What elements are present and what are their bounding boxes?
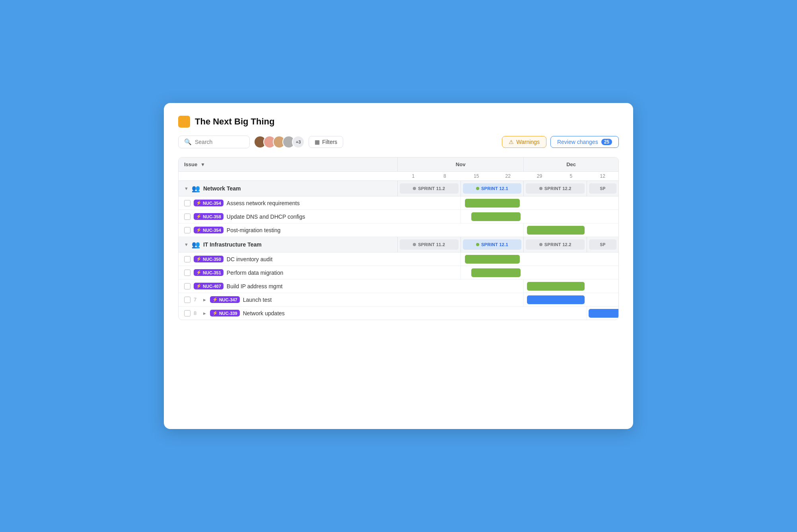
gantt-bar-cell[interactable] xyxy=(587,307,618,320)
issue-column-header: Issue ▼ xyxy=(179,157,397,172)
nuc-badge[interactable]: ⚡ NUC-350 xyxy=(194,256,224,262)
task-title: Update DNS and DHCP configs xyxy=(227,214,305,220)
avatar-more[interactable]: +3 xyxy=(292,136,305,148)
gantt-cell xyxy=(429,196,461,210)
sprint-dot xyxy=(476,187,479,190)
gantt-cell xyxy=(587,293,618,307)
filter-icon: ▦ xyxy=(315,139,320,145)
gantt-cell xyxy=(429,280,461,293)
warning-icon: ⚠ xyxy=(509,139,514,145)
gantt-cell xyxy=(587,252,618,266)
gantt-cell xyxy=(429,307,461,320)
gantt-cell xyxy=(555,307,587,320)
gantt-cell xyxy=(524,307,555,320)
warnings-button[interactable]: ⚠ Warnings xyxy=(502,136,546,148)
date-15: 15 xyxy=(461,172,492,181)
lightning-icon: ⚡ xyxy=(196,270,202,275)
lightning-icon: ⚡ xyxy=(196,227,202,233)
task-row-nuc347: 7 ► ⚡ NUC-347 Launch test xyxy=(179,293,618,307)
task-row-nuc407: ⚡ NUC-407 Build IP address mgmt xyxy=(179,280,618,293)
gantt-cell xyxy=(492,280,523,293)
sprint-dot xyxy=(539,243,542,246)
group-name: IT Infrastructure Team xyxy=(203,241,262,248)
task-row-nuc358: ⚡ NUC-358 Update DNS and DHCP configs xyxy=(179,210,618,223)
nuc-badge[interactable]: ⚡ NUC-339 xyxy=(210,310,240,316)
nuc-badge[interactable]: ⚡ NUC-351 xyxy=(194,269,224,276)
lightning-icon: ⚡ xyxy=(196,283,202,289)
gantt-bar-cell[interactable] xyxy=(524,280,587,293)
gantt-cell xyxy=(492,293,523,307)
task-checkbox[interactable] xyxy=(184,297,191,303)
team-icon: 👥 xyxy=(192,184,200,193)
gantt-bar-green xyxy=(527,226,584,235)
nuc-badge[interactable]: ⚡ NUC-347 xyxy=(210,296,240,303)
task-checkbox[interactable] xyxy=(184,200,191,206)
gantt-cell xyxy=(429,210,461,223)
lightning-icon: ⚡ xyxy=(212,297,218,302)
task-checkbox[interactable] xyxy=(184,256,191,262)
gantt-bar-green xyxy=(471,212,521,221)
gantt-bar-cell[interactable] xyxy=(461,266,524,280)
lightning-icon: ⚡ xyxy=(196,256,202,262)
gantt-cell xyxy=(555,210,587,223)
review-changes-button[interactable]: Review changes 25 xyxy=(550,136,619,148)
group-row-network: ▼ 👥 Network Team SPRINT 11.2 xyxy=(179,181,618,196)
gantt-bar-cell[interactable] xyxy=(461,252,524,266)
gantt-cell xyxy=(429,252,461,266)
gantt-bar-cell[interactable] xyxy=(461,196,524,210)
gantt-bar-cell[interactable] xyxy=(461,210,524,223)
lightning-icon: ⚡ xyxy=(196,214,202,219)
gantt-cell xyxy=(587,280,618,293)
group-expand-arrow[interactable]: ▼ xyxy=(184,186,189,191)
gantt-table: Issue ▼ Nov Dec 1 8 15 22 29 5 12 xyxy=(179,157,618,320)
group-row-it: ▼ 👥 IT Infrastructure Team SPRINT 11.2 xyxy=(179,237,618,252)
group-name: Network Team xyxy=(203,185,241,192)
gantt-bar-blue xyxy=(527,295,584,304)
sprint-12-2-band-net: SPRINT 12.2 xyxy=(524,181,587,196)
gantt-cell xyxy=(587,196,618,210)
gantt-date-header: 1 8 15 22 29 5 12 xyxy=(179,172,618,181)
search-input[interactable] xyxy=(195,139,244,145)
expand-arrow[interactable]: ► xyxy=(202,297,207,302)
date-1: 1 xyxy=(397,172,429,181)
gantt-cell xyxy=(461,307,492,320)
task-checkbox[interactable] xyxy=(184,227,191,233)
task-checkbox[interactable] xyxy=(184,214,191,220)
group-expand-arrow[interactable]: ▼ xyxy=(184,242,189,247)
task-checkbox[interactable] xyxy=(184,270,191,276)
sprint-11-2-band-net: SPRINT 11.2 xyxy=(397,181,461,196)
gantt-cell xyxy=(397,266,429,280)
app-window: The Next Big Thing 🔍 +3 ▦ Filters ⚠ Warn… xyxy=(164,103,633,429)
task-row-nuc354-assess: ⚡ NUC-354 Assess network requirements xyxy=(179,196,618,210)
team-icon: 👥 xyxy=(192,241,200,249)
gantt-cell xyxy=(461,223,492,237)
sprint-12-1-band-net: SPRINT 12.1 xyxy=(461,181,524,196)
date-12: 12 xyxy=(587,172,618,181)
gantt-cell xyxy=(492,223,523,237)
gantt-cell xyxy=(524,252,555,266)
nuc-badge[interactable]: ⚡ NUC-407 xyxy=(194,283,224,289)
gantt-cell xyxy=(429,266,461,280)
nuc-badge[interactable]: ⚡ NUC-358 xyxy=(194,213,224,220)
gantt-bar-cell[interactable] xyxy=(524,223,587,237)
issue-sort-arrow[interactable]: ▼ xyxy=(200,162,205,167)
gantt-cell xyxy=(587,266,618,280)
task-checkbox[interactable] xyxy=(184,283,191,289)
review-changes-badge: 25 xyxy=(601,139,612,145)
task-row-nuc339: 8 ► ⚡ NUC-339 Network updates xyxy=(179,307,618,320)
search-box[interactable]: 🔍 xyxy=(178,136,250,148)
search-icon: 🔍 xyxy=(184,138,192,146)
filters-button[interactable]: ▦ Filters xyxy=(309,136,343,148)
gantt-cell xyxy=(587,223,618,237)
nuc-badge[interactable]: ⚡ NUC-354 xyxy=(194,227,224,233)
gantt-cell xyxy=(524,210,555,223)
nov-month-header: Nov xyxy=(397,157,524,172)
nuc-badge[interactable]: ⚡ NUC-354 xyxy=(194,200,224,206)
gantt-bar-cell[interactable] xyxy=(524,293,587,307)
sprint-dot xyxy=(413,187,416,190)
expand-arrow[interactable]: ► xyxy=(202,311,207,316)
gantt-cell xyxy=(397,252,429,266)
task-title: Assess network requirements xyxy=(227,200,300,206)
lightning-icon: ⚡ xyxy=(196,200,202,206)
task-checkbox[interactable] xyxy=(184,310,191,316)
